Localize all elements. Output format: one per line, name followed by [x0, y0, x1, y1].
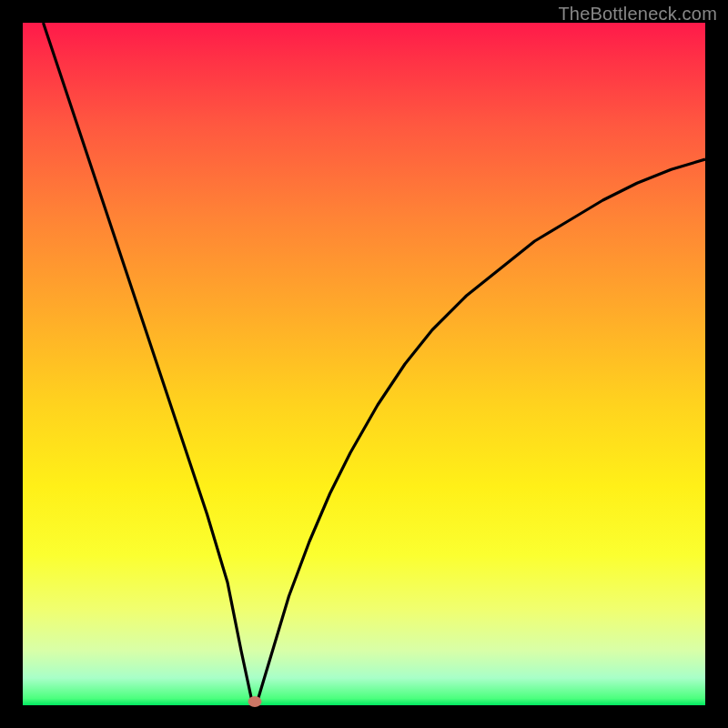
chart-marker-dot	[248, 696, 262, 707]
watermark-text: TheBottleneck.com	[558, 4, 717, 25]
chart-curve-svg	[23, 23, 705, 705]
chart-plot-area	[23, 23, 705, 705]
bottleneck-curve-line	[44, 23, 706, 699]
